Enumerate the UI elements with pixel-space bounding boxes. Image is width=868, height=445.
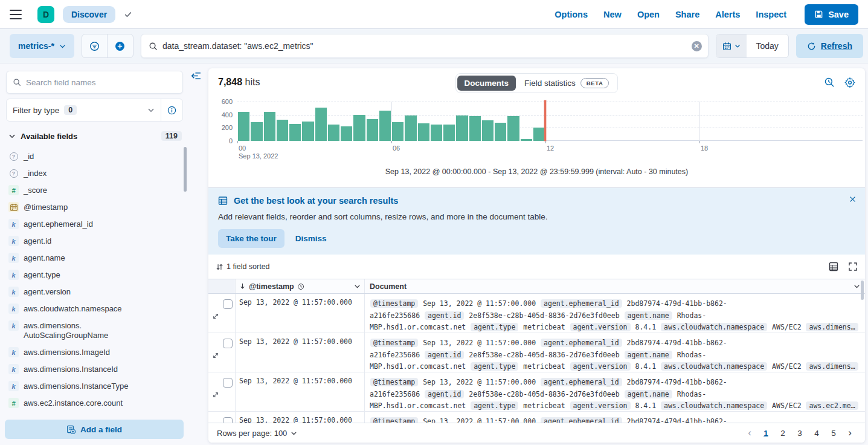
rows-per-page-button[interactable]: Rows per page: 100 [217, 429, 297, 438]
previous-page-icon[interactable]: ‹ [743, 427, 756, 439]
nav-link-share[interactable]: Share [675, 10, 699, 19]
histogram-bar[interactable] [507, 116, 519, 141]
date-picker-calendar-button[interactable] [716, 34, 747, 57]
field-item-agent.name[interactable]: kagent.name [8, 250, 183, 267]
histogram-bar[interactable] [469, 116, 481, 141]
display-options-icon[interactable] [829, 262, 838, 271]
nav-link-inspect[interactable]: Inspect [756, 10, 786, 19]
space-avatar[interactable]: D [37, 6, 54, 23]
field-item-aws.dimensions.instanceid[interactable]: kaws.dimensions.InstanceId [8, 361, 183, 378]
expand-document-icon[interactable] [212, 378, 219, 411]
field-item-agent.ephemeral_id[interactable]: kagent.ephemeral_id [8, 216, 183, 233]
sorted-fields-button[interactable]: 1 field sorted [216, 262, 270, 271]
dismiss-button[interactable]: Dismiss [295, 234, 327, 243]
field-item-aws.dimensions.imageid[interactable]: kaws.dimensions.ImageId [8, 344, 183, 361]
histogram-bar[interactable] [289, 124, 301, 141]
field-item-@timestamp[interactable]: @timestamp [8, 199, 183, 216]
data-view-picker[interactable]: metrics-* [10, 34, 74, 58]
histogram-bar[interactable] [315, 108, 327, 141]
menu-hamburger-icon[interactable] [10, 10, 22, 19]
grid-scrollbar[interactable] [861, 281, 864, 300]
histogram-bar[interactable] [417, 123, 430, 141]
field-value: metricbeat [519, 323, 569, 331]
field-item-agent.version[interactable]: kagent.version [8, 284, 183, 300]
field-chip: @timestamp [370, 339, 418, 347]
close-icon[interactable] [849, 195, 857, 203]
save-button[interactable]: Save [805, 4, 858, 25]
histogram-bar[interactable] [443, 125, 455, 141]
row-checkbox[interactable] [223, 339, 233, 348]
clear-query-icon[interactable]: ✕ [692, 41, 702, 51]
expand-document-icon[interactable] [212, 418, 219, 423]
timestamp-column-header[interactable]: @timestamp [236, 279, 365, 293]
gear-icon[interactable] [844, 77, 855, 88]
page-4[interactable]: 4 [809, 426, 824, 440]
field-item-agent.id[interactable]: kagent.id [8, 233, 183, 250]
add-filter-icon[interactable] [108, 34, 133, 57]
field-item-_index[interactable]: ?_index [8, 165, 183, 182]
expand-document-icon[interactable] [212, 300, 219, 333]
page-5[interactable]: 5 [826, 426, 841, 440]
histogram-bar[interactable] [327, 125, 340, 141]
page-3[interactable]: 3 [792, 426, 807, 440]
histogram-bar[interactable] [237, 112, 250, 141]
field-value: a216fe235686 [370, 311, 424, 320]
page-2[interactable]: 2 [776, 426, 790, 440]
document-column-header[interactable]: Document [365, 279, 865, 293]
histogram-bar[interactable] [391, 122, 404, 141]
nav-link-open[interactable]: Open [637, 10, 660, 19]
histogram-plot[interactable]: 00Sep 13, 2022061218 [237, 102, 863, 141]
histogram-bar[interactable] [455, 115, 468, 141]
info-icon[interactable] [161, 99, 182, 121]
histogram-bar[interactable] [430, 125, 443, 141]
field-item-_id[interactable]: ?_id [8, 148, 183, 165]
nav-link-alerts[interactable]: Alerts [715, 10, 740, 19]
histogram-bar[interactable] [340, 126, 353, 141]
date-range-label[interactable]: Today [747, 34, 788, 57]
field-item-agent.type[interactable]: kagent.type [8, 267, 183, 284]
nav-link-new[interactable]: New [603, 10, 622, 19]
filter-by-type-button[interactable]: Filter by type 0 [7, 105, 161, 115]
available-fields-header[interactable]: Available fields 119 [8, 131, 182, 141]
histogram-bar[interactable] [263, 112, 276, 141]
histogram-bar[interactable] [379, 111, 391, 141]
histogram-bar[interactable] [250, 122, 263, 141]
histogram-bar[interactable] [481, 120, 494, 141]
histogram-bar[interactable] [520, 139, 533, 141]
histogram-bar[interactable] [533, 128, 545, 141]
histogram-bar[interactable] [276, 120, 289, 141]
field-item-aws.cloudwatch.namespace[interactable]: kaws.cloudwatch.namespace [8, 300, 183, 317]
field-search-input[interactable] [26, 78, 176, 87]
row-checkbox[interactable] [223, 378, 233, 388]
add-field-button[interactable]: Add a field [5, 420, 184, 439]
refresh-button[interactable]: Refresh [796, 34, 863, 58]
sidebar-scrollbar[interactable] [184, 147, 187, 192]
search-sessions-icon[interactable] [824, 77, 835, 88]
fullscreen-icon[interactable] [848, 262, 858, 271]
saved-query-filter-icon[interactable] [82, 34, 108, 57]
tab-field-statistics[interactable]: Field statistics BETA [517, 75, 616, 91]
next-page-icon[interactable]: › [843, 427, 857, 439]
field-item-aws.dimensions.instancetype[interactable]: kaws.dimensions.InstanceType [8, 378, 183, 395]
collapse-sidebar-icon[interactable] [191, 71, 201, 81]
field-item-_score[interactable]: #_score [8, 182, 183, 199]
histogram-bar[interactable] [353, 115, 365, 141]
histogram-bar[interactable] [494, 123, 507, 141]
breadcrumb-discover[interactable]: Discover [63, 6, 115, 23]
histogram-bar[interactable] [366, 119, 379, 141]
field-item-aws.dimensions.autoscalinggroupname[interactable]: kaws.dimensions. AutoScalingGroupName [8, 317, 183, 344]
row-checkbox[interactable] [223, 299, 233, 309]
tab-documents[interactable]: Documents [457, 76, 516, 91]
histogram-bar[interactable] [301, 122, 314, 141]
field-item-aws.ec2.instance.core.count[interactable]: #aws.ec2.instance.core.count [8, 395, 183, 412]
page-1[interactable]: 1 [759, 426, 773, 440]
expand-document-icon[interactable] [212, 339, 219, 372]
query-input[interactable] [162, 41, 687, 51]
column-menu-chevron-icon[interactable] [354, 283, 361, 290]
row-checkbox[interactable] [223, 417, 233, 423]
nav-link-options[interactable]: Options [555, 10, 588, 19]
histogram-bar[interactable] [404, 115, 417, 141]
field-chip: aws.ec2.me… [806, 401, 858, 410]
column-menu-chevron-icon[interactable] [854, 283, 860, 290]
take-tour-button[interactable]: Take the tour [218, 229, 285, 248]
